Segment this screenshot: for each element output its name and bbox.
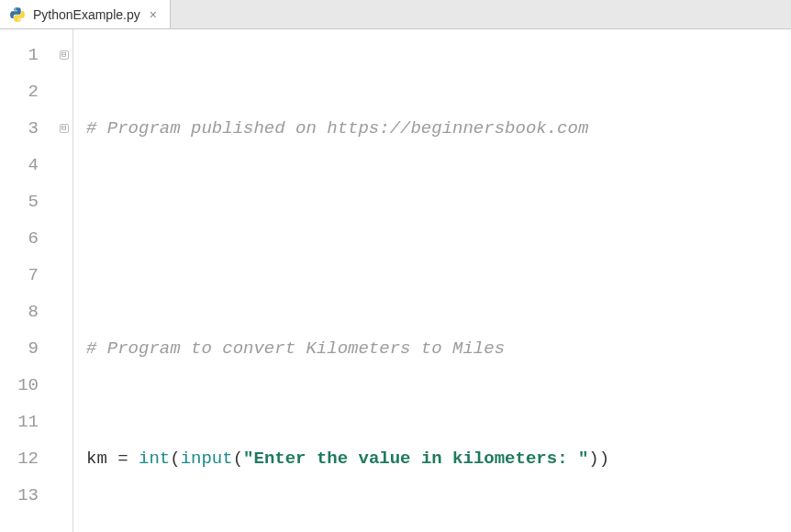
line-number-gutter: 1 2 3 4 5 6 7 8 9 10 11 12 13: [0, 29, 55, 532]
line-number: 3: [0, 110, 39, 147]
line-number: 1: [0, 37, 39, 73]
line-number: 4: [0, 147, 39, 183]
code-line: [86, 220, 791, 257]
python-icon: [9, 6, 26, 23]
line-number: 5: [0, 183, 39, 220]
line-number: 6: [0, 220, 39, 257]
close-icon[interactable]: ×: [148, 7, 159, 22]
line-number: 7: [0, 257, 39, 294]
tab-bar: PythonExample.py ×: [0, 0, 791, 29]
line-number: 8: [0, 294, 39, 330]
line-number: 12: [0, 440, 39, 477]
code-line: # Program published on https://beginners…: [86, 110, 791, 147]
line-number: 10: [0, 367, 39, 404]
fold-toggle[interactable]: ⊟: [55, 37, 72, 73]
line-number: 13: [0, 477, 39, 514]
fold-gutter: ⊟ ⊟: [55, 29, 73, 532]
line-number: 9: [0, 330, 39, 367]
editor-area: 1 2 3 4 5 6 7 8 9 10 11 12 13 ⊟ ⊟ # Prog…: [0, 29, 791, 532]
code-line: # Program to convert Kilometers to Miles: [86, 330, 791, 367]
fold-toggle[interactable]: ⊟: [55, 110, 72, 147]
tab-filename: PythonExample.py: [33, 7, 140, 22]
code-editor[interactable]: # Program published on https://beginners…: [73, 29, 791, 532]
file-tab[interactable]: PythonExample.py ×: [0, 0, 171, 28]
line-number: 11: [0, 404, 39, 440]
line-number: 2: [0, 73, 39, 110]
code-line: km = int(input("Enter the value in kilom…: [86, 440, 791, 477]
